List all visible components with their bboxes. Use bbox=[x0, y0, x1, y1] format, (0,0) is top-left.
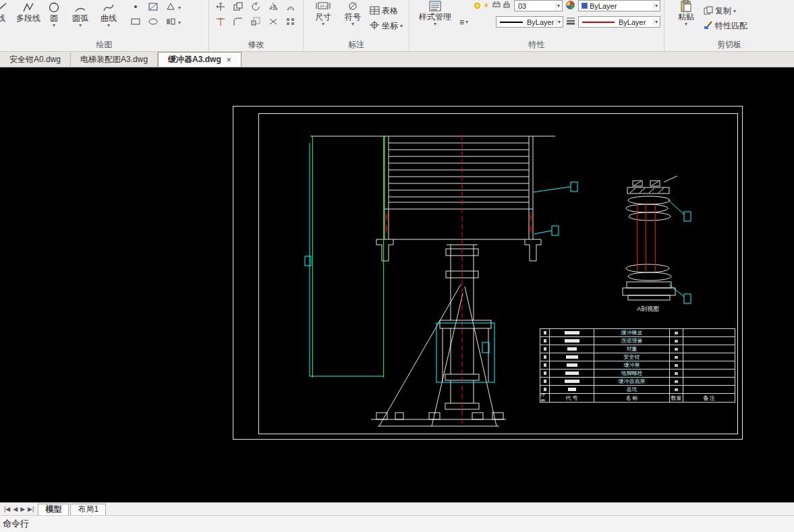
symbol-icon bbox=[347, 0, 359, 12]
copy-object-icon[interactable] bbox=[232, 1, 244, 12]
erase-icon[interactable] bbox=[267, 16, 279, 27]
doc-tab-anquanqian[interactable]: 安全钳A0.dwg bbox=[0, 53, 71, 67]
drawing-canvas[interactable]: 缓冲橡皮 压缩弹簧 对重 安全钳 bbox=[0, 67, 794, 502]
qty-mark bbox=[675, 356, 678, 359]
match-properties-button[interactable]: 特性匹配 bbox=[704, 20, 747, 32]
move-icon[interactable] bbox=[215, 1, 227, 12]
paste-button[interactable]: 粘贴 ▾ bbox=[674, 0, 698, 27]
tool-label: 特性匹配 bbox=[715, 20, 747, 32]
tool-label: 尺寸 bbox=[315, 12, 331, 22]
chevron-down-icon[interactable]: ▾ bbox=[178, 5, 181, 11]
array-icon[interactable] bbox=[285, 16, 297, 27]
main-view[interactable] bbox=[305, 135, 577, 426]
first-tab-icon[interactable]: |◀ bbox=[4, 506, 10, 512]
tab-layout1[interactable]: 布局1 bbox=[70, 504, 106, 515]
index-mark bbox=[544, 372, 546, 375]
doc-tab-huanchongqi[interactable]: 缓冲器A3.dwg × bbox=[158, 52, 242, 67]
panel-label-annotate: 标注 bbox=[304, 39, 409, 51]
circle-tool-button[interactable]: 圆 ▾ bbox=[43, 1, 65, 28]
chevron-down-icon: ▾ bbox=[53, 23, 55, 28]
chevron-down-icon: ▾ bbox=[733, 9, 736, 14]
trim-icon[interactable] bbox=[215, 16, 227, 27]
linetype-select[interactable]: ByLayer ▾ bbox=[496, 16, 563, 28]
color-select[interactable]: ByLayer ▾ bbox=[578, 0, 660, 11]
chevron-down-icon: ▾ bbox=[654, 3, 658, 9]
layer-lock-icon[interactable] bbox=[503, 1, 510, 10]
color-picker-button[interactable] bbox=[566, 1, 575, 9]
qty-mark bbox=[675, 372, 678, 375]
point-tool-button[interactable] bbox=[130, 1, 142, 12]
qty-mark bbox=[675, 380, 678, 383]
symbol-button[interactable]: 符号 ▾ bbox=[340, 0, 366, 27]
layer-thaw-icon[interactable]: ☀ bbox=[483, 1, 490, 10]
table-row: 基坑 bbox=[540, 386, 735, 394]
rotate-icon[interactable] bbox=[250, 1, 262, 12]
part-name: 缓冲器底座 bbox=[594, 378, 670, 386]
chevron-down-icon[interactable]: ▾ bbox=[178, 20, 181, 26]
code-symbol bbox=[565, 331, 579, 334]
lineweight-select[interactable]: ByLayer ▾ bbox=[578, 16, 660, 28]
chevron-down-icon: ▾ bbox=[654, 19, 658, 25]
qty-mark bbox=[675, 348, 678, 351]
match-properties-icon bbox=[704, 21, 713, 32]
layer-on-icon[interactable] bbox=[474, 3, 480, 9]
line-icon bbox=[0, 1, 7, 13]
color-swatch bbox=[582, 3, 588, 9]
ellipse-tool-button[interactable] bbox=[147, 16, 159, 27]
linetype-swatch bbox=[500, 22, 523, 23]
scale-icon[interactable] bbox=[250, 16, 262, 27]
tab-close-icon[interactable]: × bbox=[227, 55, 231, 65]
bom-table[interactable]: 缓冲橡皮 压缩弹簧 对重 安全钳 bbox=[540, 328, 735, 403]
layout-tab-bar: |◀ ◀ ▶ ▶| 模型 布局1 bbox=[0, 502, 794, 515]
doc-tab-dianti[interactable]: 电梯装配图A3.dwg bbox=[71, 53, 158, 67]
polyline-icon bbox=[22, 1, 34, 13]
table-button[interactable]: 表格 bbox=[370, 5, 398, 17]
table-row: 对重 bbox=[540, 345, 735, 353]
chevron-down-icon: ▾ bbox=[557, 19, 561, 25]
region-tool-button[interactable] bbox=[165, 1, 177, 12]
ribbon-panel-properties: 样式管理 ▾ ≡ ▾ ☀ 03 ▾ bbox=[409, 0, 664, 51]
column-header: 序号 bbox=[540, 394, 550, 402]
arc-tool-button[interactable]: 圆弧 ▾ bbox=[67, 1, 93, 28]
code-symbol bbox=[565, 339, 579, 343]
spline-tool-button[interactable]: 曲线 ▾ bbox=[96, 1, 121, 28]
command-line-label: 命令行 bbox=[3, 518, 29, 530]
table-row: 缓冲橡皮 bbox=[540, 329, 735, 337]
tab-model[interactable]: 模型 bbox=[38, 504, 69, 515]
prev-tab-icon[interactable]: ◀ bbox=[13, 506, 18, 512]
style-manager-button[interactable]: 样式管理 ▾ bbox=[416, 0, 454, 27]
palette-icon bbox=[566, 1, 575, 9]
tool-label: 曲线 bbox=[101, 13, 117, 23]
table-header-row: 序号 代 号 名 称 数量 备 注 bbox=[540, 394, 735, 402]
document-tab-bar: 安全钳A0.dwg 电梯装配图A3.dwg 缓冲器A3.dwg × bbox=[0, 52, 794, 67]
chevron-down-icon: ▾ bbox=[465, 20, 468, 25]
mirror-icon[interactable] bbox=[267, 1, 279, 12]
detail-view[interactable] bbox=[623, 176, 691, 303]
table-row: 地脚螺栓 bbox=[540, 370, 735, 378]
layer-print-icon[interactable] bbox=[492, 1, 501, 10]
copy-button[interactable]: 复制 ▾ bbox=[704, 5, 736, 17]
panel-label-clipboard: 剪切板 bbox=[664, 39, 794, 51]
panel-menu-button[interactable]: ≡ ▾ bbox=[459, 18, 468, 27]
offset-icon[interactable] bbox=[285, 1, 297, 12]
chevron-down-icon: ▾ bbox=[434, 22, 436, 27]
chevron-down-icon: ▾ bbox=[556, 3, 561, 9]
dimension-button[interactable]: 14.1 尺寸 ▾ bbox=[310, 0, 336, 27]
rectangle-tool-button[interactable] bbox=[130, 16, 142, 27]
tool-label: 符号 bbox=[345, 12, 361, 22]
chevron-down-icon: ▾ bbox=[400, 24, 403, 29]
command-line-input[interactable]: 命令行 bbox=[0, 515, 794, 532]
tab-label: 模型 bbox=[45, 504, 61, 515]
lineweight-swatch bbox=[582, 22, 615, 23]
fillet-icon[interactable] bbox=[232, 16, 244, 27]
polyline-tool-button[interactable]: 多段线 bbox=[12, 1, 45, 23]
coordinate-button[interactable]: 坐标 ▾ bbox=[370, 20, 403, 32]
line-tool-button[interactable]: 线 bbox=[0, 1, 9, 23]
last-tab-icon[interactable]: ▶| bbox=[28, 506, 34, 512]
next-tab-icon[interactable]: ▶ bbox=[20, 506, 25, 512]
cad-drawing bbox=[0, 67, 794, 502]
block-tool-button[interactable] bbox=[165, 16, 177, 27]
paste-icon bbox=[680, 0, 692, 12]
layer-select[interactable]: 03 ▾ bbox=[514, 0, 563, 11]
hatch-tool-button[interactable] bbox=[147, 1, 159, 12]
